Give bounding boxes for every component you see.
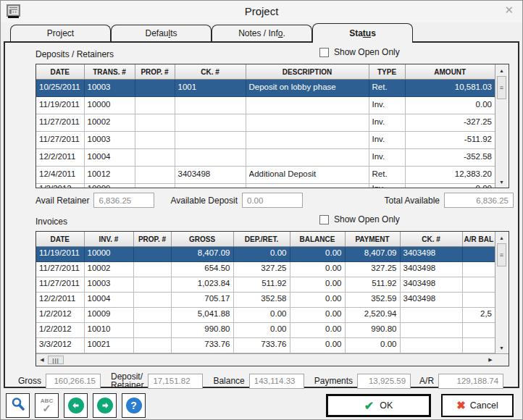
table-row[interactable]: 3/3/201210021733.76733.760.000.00 bbox=[36, 338, 495, 353]
scroll-left-icon[interactable]: ◀ bbox=[36, 357, 48, 363]
cell[interactable] bbox=[175, 149, 246, 167]
cell[interactable]: 2,5 bbox=[462, 308, 495, 323]
cell[interactable]: 3/3/2012 bbox=[36, 338, 84, 353]
table-row[interactable]: 11/27/2011100031,023.84511.920.00511.923… bbox=[36, 277, 495, 293]
scroll-down-icon[interactable]: ▼ bbox=[495, 342, 508, 353]
cell[interactable] bbox=[400, 308, 462, 323]
spell-check-button[interactable]: ABC ✓ bbox=[35, 393, 59, 418]
cell[interactable]: 11/27/2011 bbox=[36, 132, 84, 149]
cell[interactable] bbox=[462, 338, 495, 353]
scroll-up-icon[interactable]: ▲ bbox=[495, 232, 508, 243]
invoices-table[interactable]: DATEINV. #PROP. #GROSSDEP./RET.BALANCEPA… bbox=[36, 232, 495, 353]
cell[interactable]: Inv. bbox=[369, 97, 405, 114]
cell[interactable] bbox=[133, 323, 171, 338]
cell[interactable]: 3403498 bbox=[400, 262, 462, 277]
cell[interactable]: 10003 bbox=[84, 132, 135, 149]
cell[interactable] bbox=[135, 97, 175, 114]
cell[interactable]: 327.25 bbox=[233, 262, 290, 277]
cell[interactable] bbox=[135, 149, 175, 167]
cell[interactable] bbox=[133, 247, 171, 262]
tab-project[interactable]: Project bbox=[10, 25, 111, 41]
cell[interactable]: 12/2/2011 bbox=[36, 293, 84, 308]
cell[interactable]: 10012 bbox=[84, 167, 135, 184]
cell[interactable]: 12,383.20 bbox=[405, 167, 495, 184]
cell[interactable]: 10010 bbox=[84, 323, 133, 338]
cell[interactable]: 0.00 bbox=[290, 338, 345, 353]
cell[interactable]: 10/25/2011 bbox=[36, 80, 84, 97]
invoices-horizontal-scrollbar[interactable]: ◀ ||| ▶ bbox=[36, 353, 509, 366]
cell[interactable] bbox=[462, 262, 495, 277]
deposits-table[interactable]: DATETRANS. #PROP. #CK. #DESCRIPTIONTYPEA… bbox=[36, 64, 495, 188]
table-row[interactable]: 12/2/201110004705.17352.580.00352.593403… bbox=[36, 293, 495, 308]
cell[interactable]: 10002 bbox=[84, 262, 133, 277]
cell[interactable]: 10000 bbox=[84, 97, 135, 114]
cell[interactable]: 10021 bbox=[84, 338, 133, 353]
cancel-button[interactable]: ✖ Cancel bbox=[441, 394, 514, 417]
cell[interactable]: 733.76 bbox=[233, 338, 290, 353]
cell[interactable]: 0.00 bbox=[233, 247, 290, 262]
cell[interactable]: Ret. bbox=[369, 80, 405, 97]
cell[interactable] bbox=[246, 132, 369, 149]
cell[interactable] bbox=[135, 132, 175, 149]
table-row[interactable]: 10/25/2011100031001Deposit on lobby phas… bbox=[36, 80, 495, 97]
cell[interactable]: 0.00 bbox=[405, 97, 495, 114]
cell[interactable]: 1/2/2012 bbox=[36, 308, 84, 323]
cell[interactable] bbox=[400, 338, 462, 353]
close-icon[interactable]: ✕ bbox=[504, 4, 514, 17]
cell[interactable]: 11/27/2011 bbox=[36, 277, 84, 293]
cell[interactable]: 0.00 bbox=[290, 247, 345, 262]
cell[interactable] bbox=[133, 308, 171, 323]
checkbox-unchecked-icon[interactable] bbox=[319, 215, 329, 224]
cell[interactable]: 10002 bbox=[84, 114, 135, 132]
cell[interactable]: Inv. bbox=[369, 149, 405, 167]
table-row[interactable]: 1/2/201210010990.800.000.00990.80 bbox=[36, 323, 495, 338]
cell[interactable]: -352.58 bbox=[405, 149, 495, 167]
cell[interactable]: 10009 bbox=[84, 184, 135, 188]
cell[interactable]: 0.00 bbox=[290, 308, 345, 323]
cell[interactable] bbox=[462, 293, 495, 308]
help-button[interactable]: ? bbox=[122, 393, 146, 418]
cell[interactable] bbox=[246, 184, 369, 188]
cell[interactable]: 0.00 bbox=[290, 293, 345, 308]
cell[interactable]: 10,581.03 bbox=[405, 80, 495, 97]
table-row[interactable]: 11/27/201110002654.50327.250.00327.25340… bbox=[36, 262, 495, 277]
cell[interactable] bbox=[133, 293, 171, 308]
cell[interactable]: 0.00 bbox=[233, 308, 290, 323]
cell[interactable]: Additional Deposit bbox=[246, 167, 369, 184]
scroll-right-icon[interactable]: ▶ bbox=[485, 357, 496, 363]
cell[interactable] bbox=[133, 277, 171, 293]
cell[interactable] bbox=[135, 184, 175, 188]
cell[interactable]: 1/2/2012 bbox=[36, 323, 84, 338]
tab-status[interactable]: Status bbox=[312, 23, 413, 43]
deposits-vertical-scrollbar[interactable]: ▲ ≡ ▼ bbox=[495, 64, 508, 188]
scroll-thumb[interactable]: ≡ bbox=[497, 76, 506, 99]
cell[interactable]: 3403498 bbox=[175, 167, 246, 184]
cell[interactable]: 0.00 bbox=[290, 323, 345, 338]
scroll-thumb[interactable]: ||| bbox=[48, 356, 64, 364]
cell[interactable]: 0.00 bbox=[345, 338, 400, 353]
ok-button[interactable]: ✔ OK bbox=[326, 394, 431, 417]
cell[interactable]: 8,407.09 bbox=[171, 247, 233, 262]
cell[interactable]: 3403498 bbox=[400, 247, 462, 262]
scroll-up-icon[interactable]: ▲ bbox=[495, 64, 508, 76]
cell[interactable]: 0.00 bbox=[290, 262, 345, 277]
cell[interactable]: 1001 bbox=[175, 80, 246, 97]
previous-button[interactable] bbox=[64, 393, 88, 418]
table-row[interactable]: 12/4/2011100123403498Additional DepositR… bbox=[36, 167, 495, 184]
cell[interactable]: 352.58 bbox=[233, 293, 290, 308]
cell[interactable]: 733.76 bbox=[171, 338, 233, 353]
cell[interactable] bbox=[462, 323, 495, 338]
cell[interactable]: 2,520.94 bbox=[345, 308, 400, 323]
cell[interactable]: 654.50 bbox=[171, 262, 233, 277]
invoices-vertical-scrollbar[interactable]: ▲ ≡ ▼ bbox=[495, 232, 508, 353]
cell[interactable]: 990.80 bbox=[345, 323, 400, 338]
cell[interactable] bbox=[135, 114, 175, 132]
next-button[interactable] bbox=[93, 393, 117, 418]
cell[interactable] bbox=[175, 132, 246, 149]
cell[interactable]: 0.00 bbox=[233, 323, 290, 338]
cell[interactable]: 3403498 bbox=[400, 277, 462, 293]
cell[interactable]: 352.59 bbox=[345, 293, 400, 308]
cell[interactable]: 1,023.84 bbox=[171, 277, 233, 293]
table-row[interactable]: 1/2/201210009Inv.0.00 bbox=[36, 184, 495, 188]
table-row[interactable]: 11/19/2011100008,407.090.000.008,407.093… bbox=[36, 247, 495, 262]
